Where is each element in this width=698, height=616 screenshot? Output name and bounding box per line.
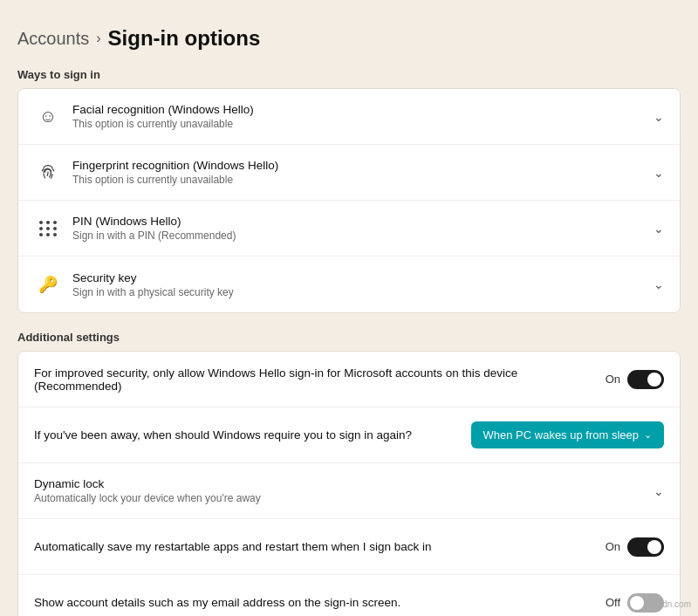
require-signin-text: If you've been away, when should Windows… — [34, 428, 471, 441]
fingerprint-recognition-subtitle: This option is currently unavailable — [72, 174, 654, 186]
pin-chevron-icon: ⌄ — [654, 222, 664, 236]
require-signin-title: If you've been away, when should Windows… — [34, 428, 471, 441]
windows-hello-toggle[interactable] — [627, 370, 664, 389]
facial-recognition-text: Facial recognition (Windows Hello) This … — [72, 103, 654, 130]
pin-text: PIN (Windows Hello) Sign in with a PIN (… — [72, 215, 654, 242]
require-signin-dropdown[interactable]: When PC wakes up from sleep ⌄ — [471, 421, 664, 448]
dynamic-lock-subtitle: Automatically lock your device when you'… — [34, 492, 654, 504]
additional-settings-group: For improved security, only allow Window… — [17, 351, 681, 616]
dynamic-lock-text: Dynamic lock Automatically lock your dev… — [34, 477, 654, 504]
restart-apps-toggle-knob — [647, 540, 661, 554]
pin-subtitle: Sign in with a PIN (Recommended) — [72, 229, 654, 242]
require-signin-dropdown-chevron: ⌄ — [644, 429, 652, 441]
breadcrumb-accounts[interactable]: Accounts — [17, 29, 89, 49]
fingerprint-chevron-icon: ⌄ — [654, 166, 664, 180]
security-key-row[interactable]: 🔑 Security key Sign in with a physical s… — [18, 257, 680, 312]
restart-apps-row: Automatically save my restartable apps a… — [18, 519, 680, 575]
pin-title: PIN (Windows Hello) — [72, 215, 654, 228]
restart-apps-toggle[interactable] — [627, 537, 664, 557]
facial-chevron-icon: ⌄ — [654, 110, 664, 124]
restart-apps-toggle-label: On — [606, 540, 620, 553]
dynamic-lock-chevron-icon: ⌄ — [654, 484, 664, 498]
require-signin-dropdown-label: When PC wakes up from sleep — [483, 428, 639, 441]
page-title: Sign-in options — [108, 26, 261, 51]
pin-action: ⌄ — [654, 222, 664, 236]
windows-hello-toggle-knob — [647, 373, 661, 387]
account-details-text: Show account details such as my email ad… — [34, 596, 606, 609]
facial-recognition-action: ⌄ — [654, 110, 664, 124]
restart-apps-action: On — [606, 537, 664, 557]
fingerprint-icon — [34, 164, 62, 181]
fingerprint-recognition-title: Fingerprint recognition (Windows Hello) — [72, 159, 654, 172]
require-signin-row: If you've been away, when should Windows… — [18, 407, 680, 463]
dynamic-lock-title: Dynamic lock — [34, 477, 654, 490]
pin-row[interactable]: PIN (Windows Hello) Sign in with a PIN (… — [18, 201, 680, 257]
security-key-title: Security key — [72, 271, 654, 284]
security-key-subtitle: Sign in with a physical security key — [72, 286, 654, 298]
account-details-row: Show account details such as my email ad… — [18, 575, 680, 616]
account-details-toggle-knob — [630, 596, 644, 610]
key-icon: 🔑 — [34, 275, 62, 294]
security-key-text: Security key Sign in with a physical sec… — [72, 271, 654, 298]
restart-apps-text: Automatically save my restartable apps a… — [34, 540, 606, 553]
watermark: wsxdn.com — [647, 599, 691, 609]
facial-recognition-row[interactable]: ☺ Facial recognition (Windows Hello) Thi… — [18, 89, 680, 145]
pin-icon — [34, 221, 62, 236]
dynamic-lock-row[interactable]: Dynamic lock Automatically lock your dev… — [18, 463, 680, 519]
face-icon: ☺ — [34, 106, 62, 127]
breadcrumb-chevron: › — [96, 31, 100, 46]
ways-to-sign-in-group: ☺ Facial recognition (Windows Hello) Thi… — [17, 88, 681, 313]
restart-apps-title: Automatically save my restartable apps a… — [34, 540, 606, 553]
facial-recognition-subtitle: This option is currently unavailable — [72, 118, 654, 130]
fingerprint-action: ⌄ — [654, 166, 664, 180]
windows-hello-only-title: For improved security, only allow Window… — [34, 366, 606, 393]
security-key-action: ⌄ — [654, 277, 664, 291]
windows-hello-only-text: For improved security, only allow Window… — [34, 366, 606, 393]
additional-settings-title: Additional settings — [17, 331, 681, 344]
require-signin-action: When PC wakes up from sleep ⌄ — [471, 421, 664, 448]
windows-hello-only-row: For improved security, only allow Window… — [18, 352, 680, 407]
account-details-title: Show account details such as my email ad… — [34, 596, 606, 609]
ways-to-sign-in-title: Ways to sign in — [17, 68, 681, 81]
fingerprint-recognition-row[interactable]: Fingerprint recognition (Windows Hello) … — [18, 145, 680, 201]
dynamic-lock-action: ⌄ — [654, 484, 664, 498]
breadcrumb: Accounts › Sign-in options — [17, 26, 681, 51]
windows-hello-only-action: On — [606, 370, 664, 389]
fingerprint-recognition-text: Fingerprint recognition (Windows Hello) … — [72, 159, 654, 186]
facial-recognition-title: Facial recognition (Windows Hello) — [72, 103, 654, 116]
account-details-toggle-label: Off — [606, 596, 620, 609]
windows-hello-toggle-label: On — [606, 373, 620, 386]
security-key-chevron-icon: ⌄ — [654, 277, 664, 291]
